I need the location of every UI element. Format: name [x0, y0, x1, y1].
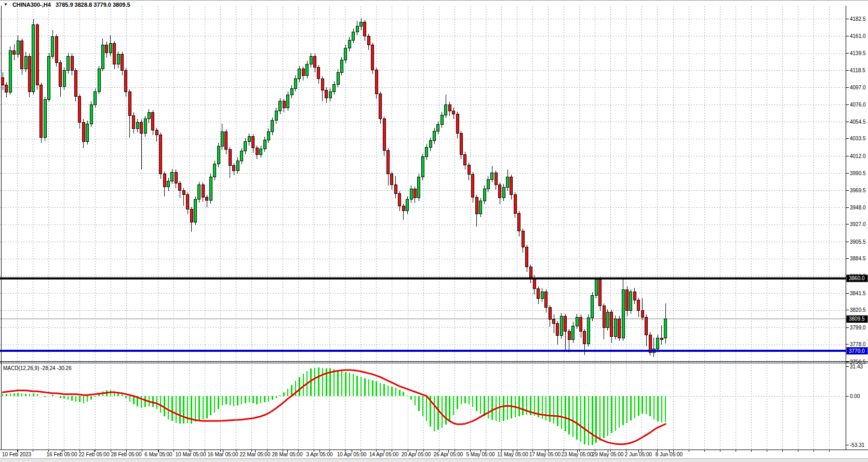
candle-body [460, 134, 462, 154]
candle-body [514, 195, 516, 214]
candle-body [28, 56, 31, 91]
candle-body [294, 78, 297, 88]
candle-body [348, 40, 351, 48]
time-label: 11 May 05:00 [497, 452, 528, 457]
candle-body [413, 189, 416, 198]
price-tick-label: 4012.0 [850, 153, 866, 159]
candle-body [109, 43, 112, 53]
candle-body [159, 135, 162, 174]
candle-body [537, 289, 540, 299]
time-label: 14 Apr 05:00 [369, 452, 399, 457]
price-tick-label: 4054.5 [850, 119, 866, 125]
candle-body [610, 312, 613, 336]
price-tick-label: 3778.0 [850, 341, 866, 347]
time-label: 10 Mar 05:00 [176, 452, 206, 457]
candle-body [206, 197, 208, 200]
candle-body [445, 104, 447, 115]
candle-body [630, 292, 632, 311]
candle-body [637, 300, 640, 310]
price-tick-label: 3820.5 [850, 307, 866, 313]
candle-body [209, 177, 212, 200]
candle-body [660, 338, 663, 339]
candle-body [418, 177, 420, 197]
candle-body [36, 25, 38, 85]
time-label: 5 May 05:00 [466, 452, 495, 457]
candle-body [63, 71, 65, 87]
candle-body [491, 173, 493, 179]
macd-tick-label: -53.31 [850, 442, 865, 448]
price-tick-label: 3799.0 [850, 325, 866, 331]
macd-indicator-label: MACD(12,26,9) -28.24 -30.26 [3, 365, 72, 371]
candle-body [241, 151, 243, 161]
symbol-dropdown-icon[interactable]: ▼ [4, 2, 8, 7]
candle-body [125, 71, 127, 91]
candle-body [429, 141, 432, 147]
candle-body [367, 36, 370, 45]
candle-body [13, 50, 16, 55]
candle-body [626, 289, 629, 310]
candle-body [606, 312, 609, 327]
candle-body [383, 119, 385, 150]
candle-body [202, 185, 204, 197]
candle-body [483, 189, 486, 201]
candle-body [591, 295, 594, 318]
price-tick-label: 3969.5 [850, 188, 866, 193]
candle-body [263, 140, 266, 149]
candle-body [576, 317, 578, 326]
candle-body [182, 191, 185, 195]
candle-body [657, 338, 659, 349]
candle-body [233, 166, 235, 170]
candle-body [337, 72, 339, 84]
candle-body [190, 209, 193, 222]
candle-body [437, 125, 439, 131]
candle-body [472, 175, 474, 197]
symbol-period-label: CHINA300-,H4 [12, 2, 51, 8]
candle-body [468, 165, 470, 175]
candle-body [40, 85, 43, 138]
candle-body [105, 45, 108, 52]
candle-body [9, 50, 11, 93]
price-tick-label: 4097.0 [850, 85, 866, 90]
candle-body [421, 157, 424, 177]
price-tick-label: 3990.5 [850, 170, 866, 176]
candle-body [371, 45, 374, 70]
candle-body [506, 177, 509, 187]
candle-body [98, 69, 100, 91]
candle-body [144, 119, 146, 134]
chart-canvas[interactable]: 4182.54161.04139.54118.54097.04076.04054… [0, 0, 868, 462]
candle-body [74, 71, 77, 97]
candle-body [221, 132, 223, 147]
candle-body [217, 147, 220, 164]
candle-body [549, 307, 551, 319]
candle-body [90, 104, 92, 124]
candle-body [179, 183, 181, 191]
time-label: 29 May 05:00 [592, 452, 624, 457]
time-label: 17 May 05:00 [529, 452, 561, 457]
candle-body [664, 319, 667, 338]
candle-body [568, 332, 570, 339]
candle-body [556, 323, 559, 335]
candle-body [580, 317, 582, 332]
candle-body [375, 70, 378, 94]
candle-body [425, 147, 428, 157]
time-label: 16 Mar 05:00 [208, 452, 238, 457]
price-tick-label: 4033.5 [850, 136, 866, 141]
time-label: 28 Feb 05:00 [111, 452, 142, 457]
candle-body [333, 84, 336, 91]
candle-body [553, 320, 555, 324]
candle-body [387, 150, 390, 174]
candle-body [464, 154, 466, 165]
price-tick-label: 3905.5 [850, 239, 866, 245]
candle-body [440, 115, 443, 125]
candle-body [475, 197, 478, 214]
candle-body [641, 311, 644, 317]
candle-body [545, 292, 547, 307]
candle-body [248, 137, 250, 141]
candle-body [394, 185, 397, 194]
candle-body [155, 130, 158, 135]
time-label: 22 Feb 05:00 [79, 452, 110, 457]
candle-body [448, 104, 451, 111]
candle-body [21, 41, 23, 69]
candle-body [583, 332, 586, 344]
candle-body [572, 326, 575, 339]
